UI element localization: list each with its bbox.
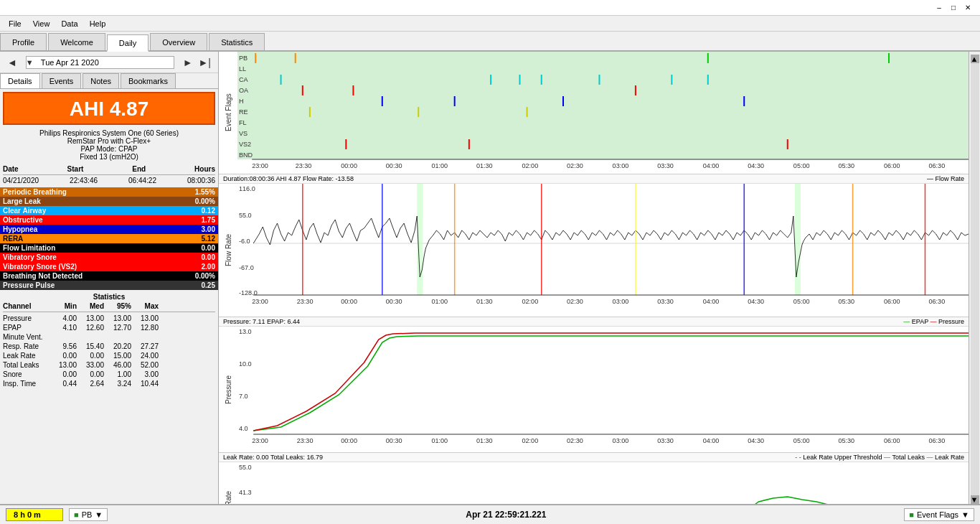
svg-text:10.0: 10.0 [239, 360, 252, 368]
leak-rate-chart: Leak Rate: 0.00 Total Leaks: 16.79 - - L… [219, 453, 969, 504]
event-value: 0.25 [202, 281, 215, 289]
event-row: Periodic Breathing1.55% [0, 187, 218, 197]
session-date-label: Date [3, 165, 19, 173]
svg-text:02:00: 02:00 [522, 298, 539, 305]
svg-text:00:00: 00:00 [341, 298, 357, 305]
session-date: 04/21/2020 [3, 177, 39, 184]
event-label: Large Leak [3, 197, 41, 205]
pb-selector[interactable]: ■ PB ▼ [69, 508, 108, 521]
menu-data[interactable]: Data [55, 18, 83, 29]
svg-text:04:00: 04:00 [703, 437, 720, 444]
ch-name: Total Leaks [3, 361, 50, 369]
col-max: Max [131, 302, 159, 310]
svg-text:05:00: 05:00 [793, 298, 810, 305]
svg-text:01:00: 01:00 [431, 298, 448, 305]
maximize-button[interactable]: □ [947, 2, 960, 14]
ch-name: Leak Rate [3, 352, 50, 360]
close-button[interactable]: ✕ [961, 2, 974, 14]
ch-min: 9.56 [50, 342, 77, 350]
tab-daily[interactable]: Daily [107, 34, 149, 52]
svg-text:OA: OA [239, 87, 248, 94]
ch-name: Minute Vent. [3, 333, 50, 341]
prev-button[interactable]: ◄ [4, 57, 20, 68]
menu-file[interactable]: File [3, 18, 27, 29]
svg-text:23:00: 23:00 [252, 437, 268, 444]
scroll-down[interactable]: ▼ [971, 495, 979, 504]
svg-text:-6.0: -6.0 [239, 238, 250, 245]
pb-label: PB [82, 510, 93, 519]
subtab-notes[interactable]: Notes [83, 73, 119, 88]
channel-row: Insp. Time 0.44 2.64 3.24 10.44 [3, 379, 215, 388]
svg-text:02:00: 02:00 [522, 162, 539, 169]
svg-text:23:00: 23:00 [252, 298, 268, 305]
leak-rate-ylabel: Rate [219, 462, 237, 504]
ch-max: 13.00 [131, 314, 159, 322]
svg-text:4.0: 4.0 [239, 425, 248, 432]
ch-min: 4.10 [50, 324, 77, 332]
svg-text:03:30: 03:30 [657, 162, 674, 169]
ch-med [77, 333, 104, 341]
event-label: Breathing Not Detected [3, 272, 83, 280]
pressure-legend: — EPAP — Pressure [903, 318, 964, 325]
flow-rate-ylabel: Flow Rate [219, 184, 237, 317]
col-min: Min [50, 302, 77, 310]
event-flags-selector[interactable]: ■ Event Flags ▼ [904, 508, 974, 521]
date-input[interactable] [26, 56, 174, 69]
svg-rect-0 [237, 52, 969, 159]
session-start-label: Start [67, 165, 84, 173]
channel-row: Snore 0.00 0.00 1.00 3.00 [3, 370, 215, 379]
menu-help[interactable]: Help [84, 18, 112, 29]
event-value: 3.00 [202, 225, 215, 233]
svg-text:LL: LL [239, 65, 246, 72]
channel-row: Minute Vent. [3, 332, 215, 342]
event-row: Clear Airway0.12 [0, 206, 218, 215]
ch-p95: 13.00 [104, 314, 131, 322]
next-button[interactable]: ► [180, 57, 196, 68]
subtab-events[interactable]: Events [42, 73, 82, 88]
leak-rate-header: Leak Rate: 0.00 Total Leaks: 16.79 [223, 454, 323, 461]
svg-text:02:30: 02:30 [567, 437, 583, 444]
svg-rect-52 [237, 184, 969, 295]
last-button[interactable]: ►| [196, 57, 215, 68]
svg-text:04:30: 04:30 [748, 162, 764, 169]
minimize-button[interactable]: – [933, 2, 946, 14]
svg-text:PB: PB [239, 55, 248, 62]
channel-rows: Pressure 4.00 13.00 13.00 13.00 EPAP 4.1… [3, 314, 215, 388]
leak-rate-legend: - - Leak Rate Upper Threshold — Total Le… [795, 454, 964, 461]
events-list: Periodic Breathing1.55%Large Leak0.00%Cl… [0, 187, 218, 290]
event-label: Pressure Pulse [3, 281, 55, 289]
tab-profile[interactable]: Profile [0, 33, 47, 50]
tab-statistics[interactable]: Statistics [209, 33, 265, 50]
event-value: 0.00 [202, 244, 215, 252]
bottom-bar: 8 h 0 m ■ PB ▼ Apr 21 22:59:21.221 ■ Eve… [0, 504, 980, 524]
svg-text:01:00: 01:00 [431, 437, 448, 444]
svg-text:00:30: 00:30 [386, 437, 402, 444]
subtab-details[interactable]: Details [0, 73, 40, 88]
svg-text:55.0: 55.0 [239, 212, 252, 219]
ahi-value: AHI 4.87 [7, 98, 211, 121]
nav-row: ◄ ▼ ► ►| [0, 52, 218, 73]
svg-text:01:30: 01:30 [476, 437, 493, 444]
menu-view[interactable]: View [27, 18, 56, 29]
tab-welcome[interactable]: Welcome [48, 33, 105, 50]
ch-p95: 1.00 [104, 370, 131, 378]
right-scrollbar[interactable]: ▲ ▼ [969, 52, 980, 504]
svg-text:06:00: 06:00 [884, 298, 900, 305]
ch-p95: 12.70 [104, 324, 131, 332]
event-row: Obstructive1.75 [0, 215, 218, 225]
ch-name: Snore [3, 370, 50, 378]
tab-overview[interactable]: Overview [150, 33, 207, 50]
device-line3: PAP Mode: CPAP [6, 145, 212, 153]
event-row: Breathing Not Detected0.00% [0, 271, 218, 281]
subtab-bookmarks[interactable]: Bookmarks [121, 73, 176, 88]
event-value: 5.12 [202, 235, 215, 243]
flow-rate-legend: — Flow Rate [927, 175, 964, 182]
scroll-up[interactable]: ▲ [971, 55, 979, 63]
stats-header: Statistics [3, 293, 215, 301]
svg-text:VS: VS [239, 130, 248, 137]
ch-min: 0.44 [50, 380, 77, 388]
svg-text:06:30: 06:30 [929, 298, 946, 305]
ch-max: 24.00 [131, 352, 159, 360]
ch-med: 13.00 [77, 314, 104, 322]
ch-max: 10.44 [131, 380, 159, 388]
